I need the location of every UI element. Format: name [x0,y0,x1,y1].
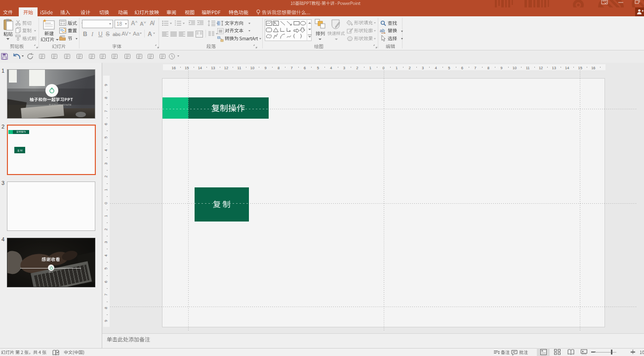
svg-text:ab: ab [380,28,385,33]
